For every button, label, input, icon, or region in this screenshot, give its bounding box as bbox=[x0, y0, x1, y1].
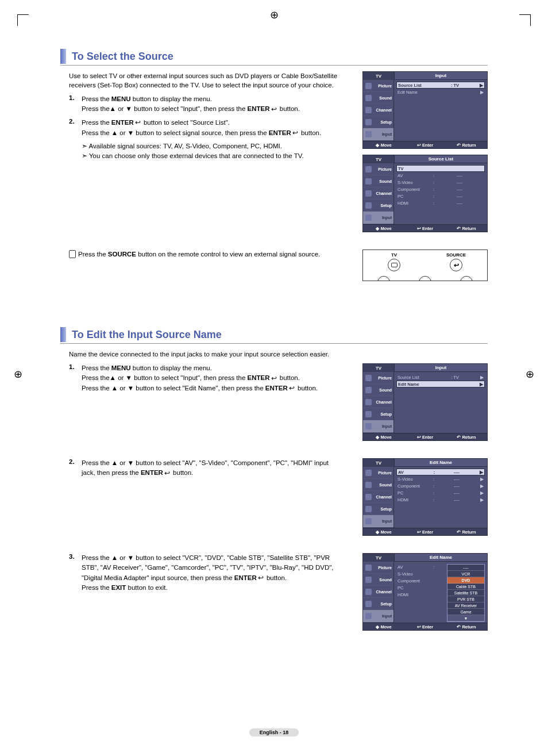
step-2: 2. Press the ENTER↩ button to select "So… bbox=[69, 118, 339, 138]
enter-icon: ↩ bbox=[289, 383, 295, 393]
input-icon bbox=[365, 423, 372, 429]
page-number: English - 18 bbox=[249, 728, 299, 736]
input-icon bbox=[365, 613, 372, 619]
sound-icon bbox=[365, 95, 372, 101]
osd-row: AV:---- bbox=[396, 172, 485, 179]
picture-icon bbox=[365, 375, 372, 381]
osd-title: Input bbox=[394, 72, 487, 80]
osd-row: Component:---- bbox=[396, 186, 485, 193]
section-title: To Select the Source bbox=[72, 51, 173, 63]
channel-icon bbox=[365, 589, 372, 595]
enter-icon: ↩ bbox=[271, 105, 277, 114]
registration-mark-icon: ⊕ bbox=[14, 368, 22, 381]
content-area: To Select the Source Use to select TV or… bbox=[32, 17, 516, 736]
sound-icon bbox=[365, 482, 372, 488]
setup-icon bbox=[365, 411, 372, 417]
section-title: To Edit the Input Source Name bbox=[72, 329, 222, 341]
picture-icon bbox=[365, 470, 372, 476]
picture-icon bbox=[365, 565, 372, 571]
sound-icon bbox=[365, 178, 372, 185]
page-footer: English - 18 bbox=[60, 728, 488, 736]
step-1: 1. Press the MENU button to display the … bbox=[69, 363, 339, 393]
input-icon bbox=[365, 518, 372, 524]
input-icon bbox=[365, 214, 372, 221]
setup-icon bbox=[365, 202, 372, 209]
step-body: Press the ▲ or ▼ button to select "VCR",… bbox=[82, 553, 339, 593]
osd-title: Source List bbox=[394, 155, 487, 163]
osd-row: Source List: TV▶ bbox=[396, 374, 485, 381]
picture-icon bbox=[365, 166, 372, 172]
crop-mark-icon bbox=[17, 14, 29, 26]
osd-row: PC:---- bbox=[396, 193, 485, 199]
enter-icon: ↩ bbox=[164, 469, 170, 478]
intro-text: Name the device connected to the input j… bbox=[69, 350, 414, 359]
channel-icon bbox=[365, 107, 372, 113]
setup-icon bbox=[365, 506, 372, 512]
enter-icon: ↩ bbox=[271, 374, 277, 383]
step-body: Press the ▲ or ▼ button to select "AV", … bbox=[82, 458, 339, 478]
osd-footer: ◆ Move ↩ Enter ↶ Return bbox=[363, 224, 487, 232]
step-body: Press the MENU button to display the men… bbox=[82, 363, 339, 393]
step-number: 3. bbox=[69, 553, 82, 593]
osd-row: AV:----▶ bbox=[396, 469, 485, 475]
osd-row: HDMI:---- bbox=[396, 199, 485, 206]
note-text: You can choose only those external devic… bbox=[82, 151, 352, 161]
osd-sidebar-head: TV bbox=[363, 72, 394, 80]
osd-sidebar: Picture Sound Channel Setup Input bbox=[363, 163, 394, 224]
step-number: 2. bbox=[69, 458, 82, 478]
osd-row: Source List: TV▶ bbox=[396, 82, 485, 89]
input-icon bbox=[365, 131, 372, 137]
osd-row: TV bbox=[396, 165, 485, 172]
osd-source-list-menu: TV Source List Picture Sound Channel Set… bbox=[362, 155, 488, 232]
registration-mark-icon: ⊕ bbox=[270, 9, 279, 21]
enter-icon: ↩ bbox=[135, 118, 141, 128]
step-3: 3. Press the ▲ or ▼ button to select "VC… bbox=[69, 553, 339, 593]
picture-icon bbox=[365, 83, 372, 89]
crop-mark-icon bbox=[519, 14, 531, 26]
remote-note: Press the SOURCE button on the remote co… bbox=[69, 250, 339, 259]
remote-diagram: TV SOURCE bbox=[362, 250, 488, 281]
setup-icon bbox=[365, 119, 372, 125]
step-number: 1. bbox=[69, 363, 82, 393]
step-2: 2. Press the ▲ or ▼ button to select "AV… bbox=[69, 458, 339, 478]
step-body: Press the ENTER↩ button to select "Sourc… bbox=[82, 118, 339, 138]
osd-footer: ◆ Move ↩ Enter ↶ Return bbox=[363, 141, 487, 148]
osd-sidebar: Picture Sound Channel Setup Input bbox=[363, 80, 394, 141]
osd-edit-name-menu: TV Edit Name Picture Sound Channel Setup… bbox=[362, 458, 488, 536]
setup-icon bbox=[365, 601, 372, 607]
step-1: 1. Press the MENU button to display the … bbox=[69, 94, 339, 114]
step-number: 1. bbox=[69, 94, 82, 114]
note-text: Available signal sources: TV, AV, S-Vide… bbox=[82, 141, 352, 151]
sound-icon bbox=[365, 387, 372, 393]
osd-row: HDMI:----▶ bbox=[396, 496, 485, 503]
remote-icon bbox=[69, 250, 76, 258]
osd-row: Edit Name▶ bbox=[396, 89, 485, 95]
osd-row: PC:----▶ bbox=[396, 489, 485, 496]
channel-icon bbox=[365, 399, 372, 405]
channel-icon bbox=[365, 494, 372, 500]
channel-icon bbox=[365, 190, 372, 197]
page: ⊕ ⊕ ⊕ ⊕ To Select the Source Use to sele… bbox=[0, 0, 548, 756]
step-number: 2. bbox=[69, 118, 82, 138]
registration-mark-icon: ⊕ bbox=[526, 368, 534, 381]
osd-row: Edit Name▶ bbox=[396, 381, 485, 387]
osd-edit-name-popup: TV Edit Name Picture Sound Channel Setup… bbox=[362, 553, 488, 631]
osd-row: S-Video:----▶ bbox=[396, 475, 485, 482]
osd-row: Component:----▶ bbox=[396, 482, 485, 489]
enter-icon: ↩ bbox=[292, 128, 298, 138]
section-header: To Select the Source bbox=[60, 49, 488, 66]
osd-input-menu: TV Input Picture Sound Channel Setup Inp… bbox=[362, 71, 488, 149]
intro-text: Use to select TV or other external input… bbox=[69, 71, 339, 90]
sound-icon bbox=[365, 577, 372, 583]
step-body: Press the MENU button to display the men… bbox=[82, 94, 339, 114]
osd-input-menu-editname: TV Input Picture Sound Channel Setup Inp… bbox=[362, 363, 488, 441]
accent-bar-icon bbox=[60, 49, 66, 64]
osd-sidebar-head: TV bbox=[363, 155, 394, 163]
osd-row: S-Video:---- bbox=[396, 179, 485, 186]
enter-icon: ↩ bbox=[258, 573, 264, 583]
section-header: To Edit the Input Source Name bbox=[60, 327, 488, 344]
accent-bar-icon bbox=[60, 327, 66, 342]
osd-popup: ---- VCR DVD Cable STB Satellite STB PVR… bbox=[447, 564, 485, 622]
